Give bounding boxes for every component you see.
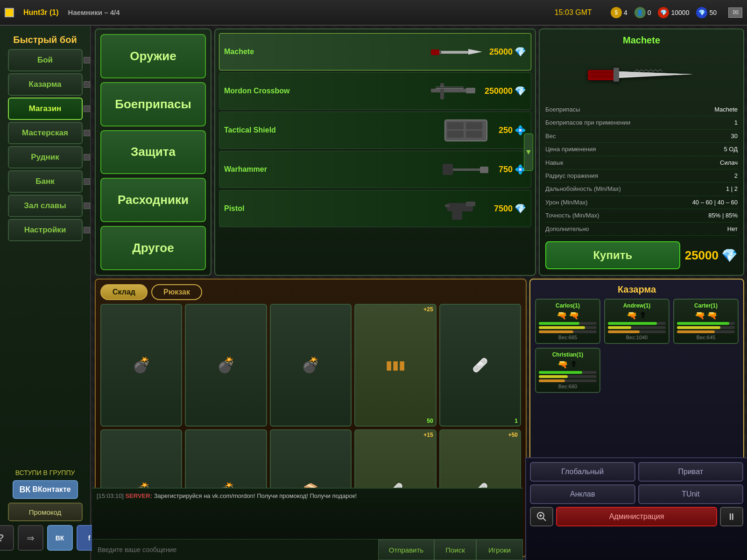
ammo-icon-3: ▮▮▮ [386, 358, 405, 372]
inv-cell-2[interactable]: 💣 [270, 304, 352, 427]
chat-players-button[interactable]: Игроки [476, 539, 523, 560]
svg-rect-2 [431, 49, 439, 55]
items-scrollbar[interactable]: ▼ [524, 133, 533, 171]
item-row-machete[interactable]: Machete 25000 💎 [219, 33, 531, 70]
christian-weight: Вес:660 [558, 384, 577, 389]
sidebar-item-workshop[interactable]: Мастерская [8, 122, 83, 144]
sidebar-item-settings[interactable]: Настройки [8, 219, 83, 241]
promo-button[interactable]: Промокод [8, 503, 83, 521]
msg-text: Зарегистрируйся на vk.com/mordon! Получи… [154, 492, 357, 499]
tab-backpack[interactable]: Рюкзак [151, 284, 202, 300]
crossbow-image [426, 78, 478, 104]
stat-ammo-use-row: Боеприпасов при применении 1 [545, 116, 738, 129]
stat-red: 💎 10000 [658, 7, 689, 18]
category-defense[interactable]: Защита [100, 130, 206, 175]
carter-hp-bar [677, 322, 735, 325]
buy-section: Купить 25000 💎 [545, 241, 738, 269]
category-consumables[interactable]: Расходники [100, 178, 206, 222]
help-button[interactable]: ? [0, 525, 14, 551]
carlos-hp-bar [539, 322, 597, 325]
vk-social-button[interactable]: ВК [47, 525, 73, 551]
item-row-hammer[interactable]: Warhammer 750 💠 [219, 151, 531, 188]
andrew-en-bar [608, 326, 666, 329]
item-row-crossbow[interactable]: Mordon Crossbow 250000 💎 [219, 72, 531, 110]
stat-ammo-row: Боеприпасы Machete [545, 103, 738, 116]
health-count-4: 1 [514, 418, 518, 424]
soldier-carlos[interactable]: Carlos(1) 🔫 🔫 Вес:665 [535, 299, 600, 344]
andrew-hp-bar [608, 322, 666, 325]
carlos-en-bar [539, 326, 597, 329]
sidebar-item-bank[interactable]: Банк [8, 170, 83, 193]
vk-button[interactable]: ВК ВКонтакте [13, 480, 78, 499]
christian-en-bar [539, 375, 597, 378]
sidebar-item-mine[interactable]: Рудник [8, 146, 83, 168]
sidebar-item-barracks[interactable]: Казарма [8, 73, 83, 96]
inv-cell-0[interactable]: 💣 [100, 304, 182, 427]
svg-rect-20 [452, 211, 462, 220]
sidebar-item-battle[interactable]: Бой [8, 49, 83, 71]
zoom-icon [536, 511, 547, 522]
category-ammo[interactable]: Боеприпасы [100, 82, 206, 126]
buy-button[interactable]: Купить [545, 241, 680, 269]
item-image-shield [438, 116, 494, 144]
carter-sp-bar [677, 330, 735, 333]
chat-search-button[interactable]: Поиск [434, 539, 476, 560]
chat-send-button[interactable]: Отправить [378, 539, 434, 560]
pause-button[interactable]: ⏸ [720, 507, 743, 526]
logout-button[interactable]: ⇒ [18, 525, 43, 551]
quick-battle-label: Быстрый бой [13, 30, 77, 47]
soldier-carter[interactable]: Carter(1) 🔫 🔫 Вес:645 [673, 299, 739, 344]
detail-image-area [545, 50, 738, 98]
svg-rect-13 [466, 131, 482, 138]
svg-marker-1 [468, 49, 482, 55]
stats-bar: $ 4 👤 0 💎 10000 💎 50 ✉ [611, 7, 742, 18]
chat-input[interactable] [92, 539, 378, 560]
item-row-pistol[interactable]: Pistol 7500 💎 [219, 190, 531, 227]
tab-enclave[interactable]: Анклав [530, 484, 635, 504]
tab-global[interactable]: Глобальный [530, 462, 635, 482]
vk-icon: ВК [19, 485, 30, 495]
tab-warehouse[interactable]: Склад [100, 284, 148, 300]
ammo-count-3: 50 [427, 418, 433, 424]
inv-cell-3[interactable]: +25 ▮▮▮ 50 [354, 304, 436, 427]
shop-section: Оружие Боеприпасы Защита Расходники Друг… [95, 28, 744, 276]
right-chat-panel: Глобальный Приват Анклав TUnit Администр… [525, 457, 747, 560]
svg-rect-4 [431, 89, 468, 92]
sidebar-item-shop[interactable]: Магазин [8, 98, 83, 120]
gem-red-icon: 💎 [514, 46, 526, 57]
svg-rect-23 [613, 68, 619, 82]
inv-cell-1[interactable]: 💣 [185, 304, 267, 427]
server-time: 15:03 GMT [555, 8, 592, 17]
stat-damage-row: Урон (Min/Max) 40 – 60 | 40 – 60 [545, 196, 738, 209]
zoom-button[interactable] [530, 507, 553, 526]
soldier-andrew[interactable]: Andrew(1) 🔫 🗡 Вес:1040 [604, 299, 669, 344]
category-other[interactable]: Другое [100, 226, 206, 270]
chat-tabs-top: Глобальный Приват [530, 462, 743, 482]
red-gem-icon: 💎 [658, 7, 669, 18]
category-panel: Оружие Боеприпасы Защита Расходники Друг… [95, 28, 211, 276]
svg-rect-11 [447, 131, 464, 138]
soldier-christian[interactable]: Christian(1) 🔫 🗡 Вес:660 [535, 348, 600, 393]
carter-name: Carter(1) [694, 302, 718, 309]
category-weapons[interactable]: Оружие [100, 34, 206, 78]
mail-icon[interactable]: ✉ [728, 7, 742, 18]
stat-skill-row: Навык Силач [545, 156, 738, 169]
item-name-crossbow: Mordon Crossbow [224, 87, 419, 95]
svg-marker-25 [619, 71, 693, 77]
tab-admin[interactable]: Администрация [556, 507, 717, 526]
inv-cell-4[interactable]: 🩹 1 [439, 304, 521, 427]
item-name-hammer: Warhammer [224, 165, 433, 174]
shield-image [443, 118, 489, 143]
christian-hp-bar [539, 371, 597, 374]
item-name-pistol: Pistol [224, 204, 429, 213]
person-icon: 👤 [634, 7, 646, 18]
svg-rect-17 [480, 167, 488, 173]
sidebar-item-hall[interactable]: Зал славы [8, 195, 83, 217]
tab-tunit[interactable]: TUnit [638, 484, 744, 504]
carter-icons: 🔫 🔫 [695, 310, 717, 321]
item-name-shield: Tactical Shield [224, 126, 433, 134]
tab-private[interactable]: Приват [638, 462, 744, 482]
andrew-weight: Вес:1040 [626, 335, 648, 340]
stat-blue: 💎 50 [696, 7, 717, 18]
item-row-shield[interactable]: Tactical Shield 250 💠 [219, 112, 531, 149]
